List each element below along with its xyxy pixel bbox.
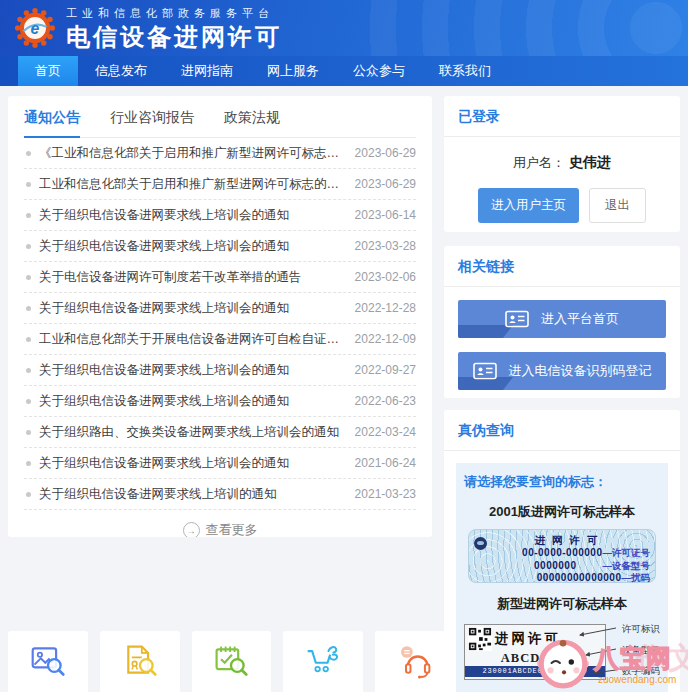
nav-item-5[interactable]: 公众参与 [336,56,422,86]
nav-item-4[interactable]: 网上服务 [250,56,336,86]
notice-item: 关于组织电信设备进网要求线上培训会的通知2023-03-28 [24,231,416,262]
view-more-link[interactable]: → 查看更多 [24,521,416,537]
id-card-icon [473,362,497,380]
related-link-label: 进入电信设备识别码登记 [509,362,652,380]
related-links-panel: 相关链接 进入平台首页进入电信设备识别码登记 [444,246,680,398]
platform-name: 工业和信息化部政务服务平台 [66,8,282,19]
bullet-dot-icon [26,244,31,249]
notice-title-link[interactable]: 关于组织电信设备进网要求线上培训的通知 [39,486,345,503]
nav-item-6[interactable]: 联系我们 [422,56,508,86]
notice-title-link[interactable]: 关于电信设备进网许可制度若干改革举措的通告 [39,269,345,286]
new-label-mark: 进网许可 [495,630,561,648]
notice-title-link[interactable]: 工业和信息化部关于开展电信设备进网许可自检自证试点有关工作的通告 [39,331,345,348]
authenticity-panel-body: 请选择您要查询的标志： 2001版进网许可标志样本 进网许可 00-0000-0… [444,451,680,692]
notice-title-link[interactable]: 关于组织电信设备进网要求线上培训会的通知 [39,455,345,472]
notice-title-link[interactable]: 《工业和信息化部关于启用和推广新型进网许可标志的通告》解读 [39,145,345,162]
login-panel: 已登录 用户名：史伟进 进入用户主页 退出 [444,96,680,232]
header-titles: 工业和信息化部政务服务平台 电信设备进网许可 [66,8,282,49]
logout-button[interactable]: 退出 [589,188,646,223]
nav-item-2[interactable]: 信息发布 [78,56,164,86]
sample-new-title: 新型进网许可标志样本 [464,595,660,613]
svg-text:e: e [31,20,40,37]
bullet-dot-icon [26,461,31,466]
authenticity-panel-title: 真伪查询 [444,410,680,451]
notice-title-link[interactable]: 关于组织电信设备进网要求线上培训会的通知 [39,207,345,224]
bullet-dot-icon [26,399,31,404]
site-title: 电信设备进网许可 [66,25,282,49]
picture-search-icon [30,643,66,683]
notice-date: 2023-06-29 [355,146,416,160]
authenticity-panel: 真伪查询 请选择您要查询的标志： 2001版进网许可标志样本 进网许可 00-0… [444,410,680,692]
mark-select-box: 请选择您要查询的标志： 2001版进网许可标志样本 进网许可 00-0000-0… [456,463,668,692]
notice-title-link[interactable]: 关于组织电信设备进网要求线上培训会的通知 [39,238,345,255]
notice-tab-2[interactable]: 行业咨询报告 [110,109,194,137]
label-2001-scramble-annotation: —扰码 [622,572,651,585]
new-label-annotation-2: 设备型号 [622,644,660,657]
new-label-body: 进网许可 ABCD1234 230001ABCDE0123456789 [464,624,606,680]
notice-item: 《工业和信息化部关于启用和推广新型进网许可标志的通告》解读2023-06-29 [24,138,416,169]
site-header: e 工业和信息化部政务服务平台 电信设备进网许可 [0,0,688,56]
username-label: 用户名： [513,155,565,170]
right-column: 已登录 用户名：史伟进 进入用户主页 退出 相关链接 进入平台首页进入电信设备识… [444,96,680,692]
site-logo-icon: e [14,7,56,49]
label-emblem-icon [474,537,487,550]
notice-item: 工业和信息化部关于开展电信设备进网许可自检自证试点有关工作的通告2022-12-… [24,324,416,355]
login-panel-body: 用户名：史伟进 进入用户主页 退出 [444,137,680,223]
notice-tab-3[interactable]: 政策法规 [224,109,280,137]
label-2001-scramble-no: 00000000000000 [537,572,622,585]
notice-item: 关于组织电信设备进网要求线上培训会的通知2021-06-24 [24,448,416,479]
new-label-annotation-3: 数字编码 [622,665,660,678]
after-sales-icon [305,643,341,683]
main-content: 通知公告行业咨询报告政策法规 《工业和信息化部关于启用和推广新型进网许可标志的通… [8,96,680,692]
license-label-2001-sample[interactable]: 进网许可 00-0000-000000 —许可证号 0000000 —设备型号 … [468,529,656,583]
related-links-title: 相关链接 [444,246,680,287]
notice-date: 2023-02-06 [355,270,416,284]
view-more-label: 查看更多 [206,521,258,537]
bullet-dot-icon [26,430,31,435]
notice-title-link[interactable]: 关于组织电信设备进网要求线上培训会的通知 [39,362,345,379]
notice-date: 2022-09-27 [355,363,416,377]
label-2001-license-annotation: —许可证号 [603,547,651,560]
sample-2001-title: 2001版进网许可标志样本 [464,503,660,521]
notice-title-link[interactable]: 关于组织电信设备进网要求线上培训会的通知 [39,393,345,410]
service-card-5[interactable]: 咨询服务 [375,631,455,692]
notice-item: 关于组织电信设备进网要求线上培训会的通知2022-12-28 [24,293,416,324]
quick-services-row: 图片查询证书查询真伪查询售后服务咨询服务 [8,631,455,692]
notice-date: 2021-06-24 [355,456,416,470]
new-label-model: ABCD1234 [465,651,605,665]
username-line: 用户名：史伟进 [444,154,680,172]
qr-code-icon [468,627,492,651]
service-card-4[interactable]: 售后服务 [283,631,363,692]
notice-item: 工业和信息化部关于启用和推广新型进网许可标志的通告2023-06-29 [24,169,416,200]
notice-item: 关于组织路由、交换类设备进网要求线上培训会的通知2022-03-24 [24,417,416,448]
mark-select-prompt: 请选择您要查询的标志： [464,473,660,491]
certificate-search-icon [122,643,158,683]
label-2001-model-annotation: —设备型号 [603,560,651,573]
notice-title-link[interactable]: 关于组织电信设备进网要求线上培训会的通知 [39,300,345,317]
id-card-icon [505,310,529,328]
related-link-1[interactable]: 进入平台首页 [458,300,666,338]
notice-title-link[interactable]: 工业和信息化部关于启用和推广新型进网许可标志的通告 [39,176,345,193]
service-card-1[interactable]: 图片查询 [8,631,88,692]
license-label-new-sample[interactable]: 进网许可 ABCD1234 230001ABCDE0123456789 许可标识… [464,621,660,685]
nav-item-3[interactable]: 进网指南 [164,56,250,86]
login-panel-title: 已登录 [444,96,680,137]
notice-tab-1[interactable]: 通知公告 [24,109,80,138]
enter-user-home-button[interactable]: 进入用户主页 [478,188,579,223]
notice-date: 2022-06-23 [355,394,416,408]
related-link-2[interactable]: 进入电信设备识别码登记 [458,352,666,390]
service-card-2[interactable]: 证书查询 [100,631,180,692]
notice-date: 2023-06-29 [355,177,416,191]
bullet-dot-icon [26,275,31,280]
nav-item-1[interactable]: 首页 [18,56,78,86]
bullet-dot-icon [26,368,31,373]
new-label-code: 230001ABCDE0123456789 [465,666,605,677]
notice-date: 2022-12-28 [355,301,416,315]
authenticity-search-icon [213,643,249,683]
notice-date: 2023-03-28 [355,239,416,253]
consult-service-icon [397,643,433,683]
notice-date: 2021-03-23 [355,487,416,501]
notice-title-link[interactable]: 关于组织路由、交换类设备进网要求线上培训会的通知 [39,424,345,441]
service-card-3[interactable]: 真伪查询 [192,631,272,692]
notice-item: 关于组织电信设备进网要求线上培训会的通知2022-09-27 [24,355,416,386]
